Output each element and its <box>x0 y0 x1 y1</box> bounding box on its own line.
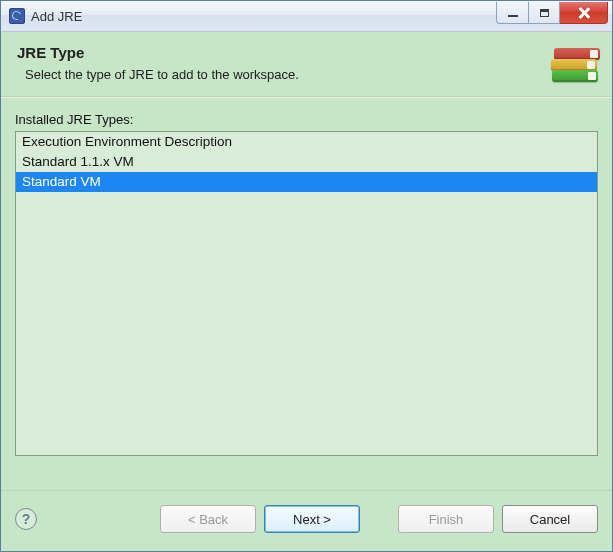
title-bar: Add JRE <box>1 1 612 32</box>
list-label: Installed JRE Types: <box>15 112 598 127</box>
minimize-button[interactable] <box>496 2 528 24</box>
back-button[interactable]: < Back <box>160 505 256 533</box>
finish-button[interactable]: Finish <box>398 505 494 533</box>
wizard-body: Installed JRE Types: Execution Environme… <box>1 97 612 464</box>
wizard-header: JRE Type Select the type of JRE to add t… <box>1 32 612 97</box>
page-title: JRE Type <box>17 44 596 61</box>
books-icon <box>546 38 600 92</box>
page-subtitle: Select the type of JRE to add to the wor… <box>25 67 596 82</box>
app-icon <box>9 8 25 24</box>
close-button[interactable] <box>560 2 608 24</box>
help-icon[interactable]: ? <box>15 508 37 530</box>
list-item[interactable]: Standard 1.1.x VM <box>16 152 597 172</box>
maximize-button[interactable] <box>528 2 560 24</box>
window-controls <box>496 2 608 24</box>
dialog-window: Add JRE JRE Type Select the type of JRE … <box>0 0 613 552</box>
wizard-footer: ? < Back Next > Finish Cancel <box>1 490 612 551</box>
window-title: Add JRE <box>31 9 82 24</box>
list-item[interactable]: Execution Environment Description <box>16 132 597 152</box>
cancel-button[interactable]: Cancel <box>502 505 598 533</box>
list-item[interactable]: Standard VM <box>16 172 597 192</box>
jre-types-list[interactable]: Execution Environment DescriptionStandar… <box>15 131 598 456</box>
next-button[interactable]: Next > <box>264 505 360 533</box>
